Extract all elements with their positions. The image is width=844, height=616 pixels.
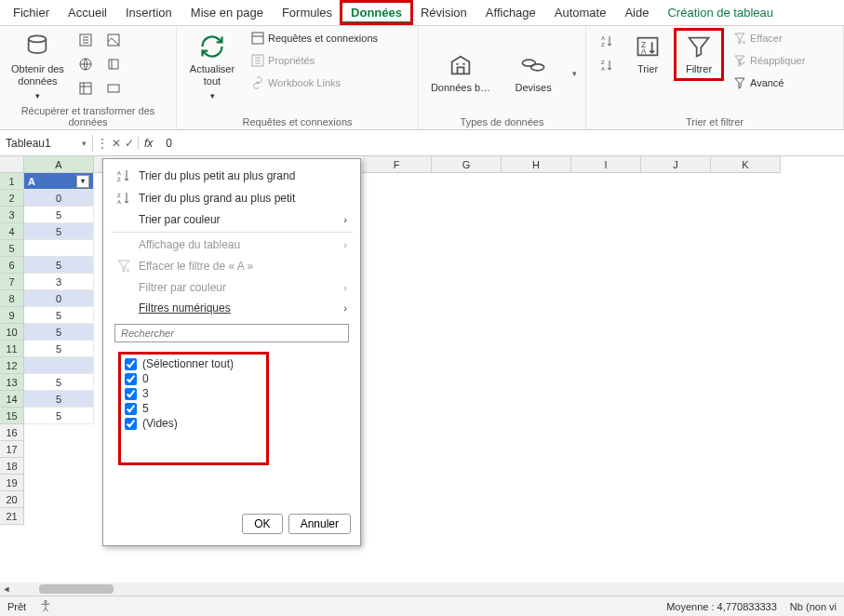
row-header-2[interactable]: 2: [0, 190, 24, 207]
checkbox-0[interactable]: [125, 373, 137, 385]
from-text-button[interactable]: [75, 30, 96, 50]
cell-A15[interactable]: 5: [24, 408, 94, 424]
col-header-I[interactable]: I: [571, 156, 641, 173]
check-vides[interactable]: (Vides): [125, 416, 262, 431]
row-header-14[interactable]: 14: [0, 391, 24, 408]
scroll-thumb[interactable]: [39, 584, 114, 594]
col-header-F[interactable]: F: [362, 156, 432, 173]
filter-search-input[interactable]: [114, 324, 349, 342]
row-header-21[interactable]: 21: [0, 508, 24, 525]
tab-aide[interactable]: Aide: [615, 2, 658, 23]
horizontal-scrollbar[interactable]: ◄: [0, 583, 844, 596]
table-header-A[interactable]: A ▾: [24, 173, 94, 190]
check-select-all[interactable]: (Sélectionner tout): [125, 356, 262, 371]
row-header-10[interactable]: 10: [0, 324, 24, 341]
sort-desc-button[interactable]: ZA: [594, 54, 620, 76]
cell-A10[interactable]: 5: [24, 324, 94, 341]
check-0[interactable]: 0: [125, 371, 262, 386]
accessibility-icon[interactable]: [39, 599, 52, 614]
cancel-formula-icon[interactable]: ✕: [112, 137, 121, 150]
reapply-filter-button[interactable]: Réappliquer: [730, 52, 809, 69]
cell-A6[interactable]: 5: [24, 257, 94, 274]
row-header-17[interactable]: 17: [0, 441, 24, 458]
col-header-K[interactable]: K: [711, 156, 781, 173]
row-header-4[interactable]: 4: [0, 223, 24, 240]
row-header-15[interactable]: 15: [0, 408, 24, 424]
row-header-16[interactable]: 16: [0, 424, 24, 441]
cell-A12[interactable]: [24, 357, 94, 374]
ok-button[interactable]: OK: [242, 514, 282, 534]
tab-revision[interactable]: Révision: [411, 2, 476, 23]
properties-button[interactable]: Propriétés: [248, 52, 382, 69]
cell-A2[interactable]: 0: [24, 190, 94, 207]
row-header-20[interactable]: 20: [0, 491, 24, 508]
tab-automate[interactable]: Automate: [545, 2, 616, 23]
filter-button[interactable]: Filtrer: [676, 30, 722, 79]
cell-A3[interactable]: 5: [24, 207, 94, 223]
row-header-19[interactable]: 19: [0, 475, 24, 491]
currencies-datatype-button[interactable]: Devises: [505, 48, 561, 98]
sort-asc-menuitem[interactable]: AZ Trier du plus petit au plus grand: [103, 165, 360, 187]
col-header-H[interactable]: H: [502, 156, 571, 173]
row-header-5[interactable]: 5: [0, 240, 24, 257]
tab-creation-tableau[interactable]: Création de tableau: [658, 2, 782, 23]
tab-mise-en-page[interactable]: Mise en page: [181, 2, 273, 23]
check-3[interactable]: 3: [125, 386, 262, 401]
from-web-button[interactable]: [75, 54, 96, 74]
cell-A11[interactable]: 5: [24, 341, 94, 357]
workbook-links-button[interactable]: Workbook Links: [248, 74, 382, 91]
tab-accueil[interactable]: Accueil: [59, 2, 116, 23]
row-header-8[interactable]: 8: [0, 290, 24, 307]
fx-icon[interactable]: fx: [139, 137, 158, 150]
from-table-button[interactable]: [75, 78, 96, 99]
sort-desc-menuitem[interactable]: ZA Trier du plus grand au plus petit: [103, 187, 360, 209]
row-header-13[interactable]: 13: [0, 374, 24, 391]
row-header-11[interactable]: 11: [0, 341, 24, 357]
tab-formules[interactable]: Formules: [273, 2, 342, 23]
existing-conn-button[interactable]: [103, 78, 124, 99]
row-header-3[interactable]: 3: [0, 207, 24, 223]
from-picture-button[interactable]: [103, 30, 124, 50]
refresh-all-button[interactable]: Actualiser tout ▾: [184, 30, 240, 104]
sort-by-color-menuitem[interactable]: Trier par couleur ›: [103, 209, 360, 230]
filter-dropdown-button[interactable]: ▾: [76, 175, 89, 188]
row-header-7[interactable]: 7: [0, 274, 24, 290]
checkbox-select-all[interactable]: [125, 358, 137, 370]
row-header-12[interactable]: 12: [0, 357, 24, 374]
sort-asc-button[interactable]: AZ: [594, 30, 620, 52]
number-filters-menuitem[interactable]: Filtres numériques ›: [103, 298, 360, 318]
cell-A9[interactable]: 5: [24, 307, 94, 324]
cell-A5[interactable]: [24, 240, 94, 257]
checkbox-vides[interactable]: [125, 418, 137, 430]
queries-connections-button[interactable]: Requêtes et connexions: [248, 30, 382, 47]
tab-affichage[interactable]: Affichage: [476, 2, 545, 23]
row-header-1[interactable]: 1: [0, 173, 24, 190]
datatype-more-button[interactable]: ▾: [572, 69, 577, 78]
cell-A14[interactable]: 5: [24, 391, 94, 408]
accept-formula-icon[interactable]: ✓: [125, 137, 134, 150]
checkbox-3[interactable]: [125, 388, 137, 400]
more-icon[interactable]: ⋮: [97, 137, 108, 150]
cancel-button[interactable]: Annuler: [288, 514, 351, 534]
row-header-6[interactable]: 6: [0, 257, 24, 274]
row-header-9[interactable]: 9: [0, 307, 24, 324]
clear-filter-button[interactable]: Effacer: [730, 30, 809, 47]
stocks-datatype-button[interactable]: Données b…: [427, 48, 494, 98]
name-box[interactable]: Tableau1 ▾: [0, 135, 93, 152]
col-header-A[interactable]: A: [24, 156, 94, 173]
checkbox-5[interactable]: [125, 403, 137, 415]
col-header-G[interactable]: G: [432, 156, 502, 173]
tab-donnees[interactable]: Données: [342, 2, 411, 23]
cell-A13[interactable]: 5: [24, 374, 94, 391]
get-data-button[interactable]: Obtenir des données ▾: [7, 30, 68, 104]
recent-sources-button[interactable]: [103, 54, 124, 74]
row-header-18[interactable]: 18: [0, 458, 24, 475]
sort-button[interactable]: ZA Trier: [627, 30, 668, 79]
scroll-left-icon[interactable]: ◄: [0, 583, 13, 596]
advanced-filter-button[interactable]: Avancé: [730, 74, 809, 91]
cell-A4[interactable]: 5: [24, 223, 94, 240]
tab-insertion[interactable]: Insertion: [116, 2, 181, 23]
cell-A7[interactable]: 3: [24, 274, 94, 290]
col-header-J[interactable]: J: [641, 156, 711, 173]
cell-A8[interactable]: 0: [24, 290, 94, 307]
